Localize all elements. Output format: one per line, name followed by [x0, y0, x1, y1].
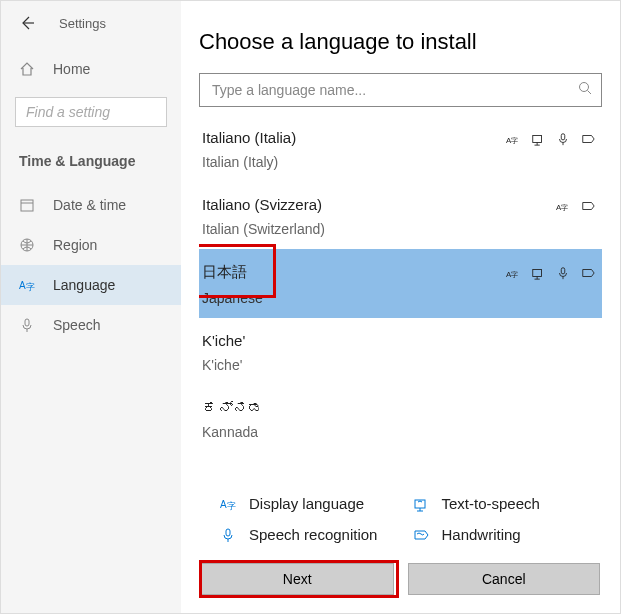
home-icon [19, 61, 41, 77]
speech-icon [555, 265, 571, 281]
handwriting-icon [412, 527, 430, 543]
language-item[interactable]: Italiano (Svizzera)Italian (Switzerland)… [199, 182, 602, 249]
language-english: Japanese [202, 290, 263, 306]
sidebar-item-language[interactable]: A字 Language [1, 265, 181, 305]
legend-tts: Text-to-speech [412, 495, 595, 512]
svg-rect-15 [561, 268, 565, 274]
display-icon: A字 [505, 131, 521, 147]
language-item[interactable]: 日本語JapaneseA字 [199, 249, 602, 318]
language-item[interactable]: K'iche'K'iche' [199, 318, 602, 385]
language-english: Italian (Switzerland) [202, 221, 325, 237]
sidebar-title: Settings [59, 16, 106, 31]
language-native: Italiano (Svizzera) [202, 196, 325, 213]
svg-rect-4 [25, 319, 29, 326]
svg-text:字: 字 [511, 137, 518, 144]
svg-text:字: 字 [561, 204, 568, 211]
language-native: ಕನ್ನಡ [202, 399, 263, 416]
svg-rect-8 [533, 136, 542, 143]
svg-rect-14 [533, 270, 542, 277]
language-search-input[interactable] [199, 73, 602, 107]
next-button[interactable]: Next [201, 563, 394, 595]
speech-icon [555, 131, 571, 147]
language-item[interactable]: ಕನ್ನಡKannada [199, 385, 602, 452]
language-list[interactable]: Italiano (Italia)Italian (Italy)A字Italia… [199, 115, 602, 477]
sidebar-item-label: Date & time [53, 197, 126, 213]
legend-display: A字 Display language [219, 495, 402, 512]
svg-text:A: A [19, 280, 26, 291]
sidebar: Settings Home Time & Language Date & tim… [1, 1, 181, 613]
language-feature-icons: A字 [505, 129, 596, 147]
page-title: Choose a language to install [199, 29, 602, 55]
main-panel: Choose a language to install Italiano (I… [181, 1, 620, 613]
language-item[interactable]: Italiano (Italia)Italian (Italy)A字 [199, 115, 602, 182]
legend-handwriting: Handwriting [412, 526, 595, 543]
search-icon [578, 81, 592, 95]
svg-rect-19 [226, 529, 230, 536]
back-icon[interactable] [19, 15, 39, 31]
language-english: Italian (Italy) [202, 154, 296, 170]
section-label: Time & Language [1, 141, 181, 185]
handwriting-icon [580, 131, 596, 147]
sidebar-item-label: Region [53, 237, 97, 253]
svg-text:字: 字 [26, 282, 35, 292]
language-native: Italiano (Italia) [202, 129, 296, 146]
sidebar-item-label: Language [53, 277, 115, 293]
sidebar-item-label: Speech [53, 317, 100, 333]
find-setting-input[interactable] [15, 97, 167, 127]
feature-legend: A字 Display language Text-to-speech Speec… [199, 477, 602, 557]
sidebar-home[interactable]: Home [1, 51, 181, 87]
display-icon: A字 [505, 265, 521, 281]
svg-rect-0 [21, 200, 33, 211]
svg-text:A: A [220, 499, 227, 510]
sidebar-item-date-time[interactable]: Date & time [1, 185, 181, 225]
home-label: Home [53, 61, 90, 77]
handwriting-icon [580, 265, 596, 281]
language-english: K'iche' [202, 357, 245, 373]
cancel-button[interactable]: Cancel [408, 563, 601, 595]
legend-speech: Speech recognition [219, 526, 402, 543]
tts-icon [530, 265, 546, 281]
tts-icon [530, 131, 546, 147]
language-feature-icons: A字 [505, 263, 596, 281]
svg-point-5 [580, 83, 589, 92]
microphone-icon [19, 317, 41, 333]
display-language-icon: A字 [219, 496, 237, 512]
globe-icon [19, 237, 41, 253]
speech-recognition-icon [219, 527, 237, 543]
language-feature-icons: A字 [555, 196, 596, 214]
sidebar-item-region[interactable]: Region [1, 225, 181, 265]
svg-text:字: 字 [511, 271, 518, 278]
calendar-icon [19, 197, 41, 213]
language-native: 日本語 [202, 263, 263, 282]
svg-rect-9 [561, 134, 565, 140]
text-to-speech-icon [412, 496, 430, 512]
display-icon: A字 [555, 198, 571, 214]
find-setting[interactable] [15, 97, 167, 127]
language-icon: A字 [19, 277, 41, 293]
handwriting-icon [580, 198, 596, 214]
language-english: Kannada [202, 424, 263, 440]
sidebar-item-speech[interactable]: Speech [1, 305, 181, 345]
language-native: K'iche' [202, 332, 245, 349]
svg-text:字: 字 [227, 501, 236, 511]
